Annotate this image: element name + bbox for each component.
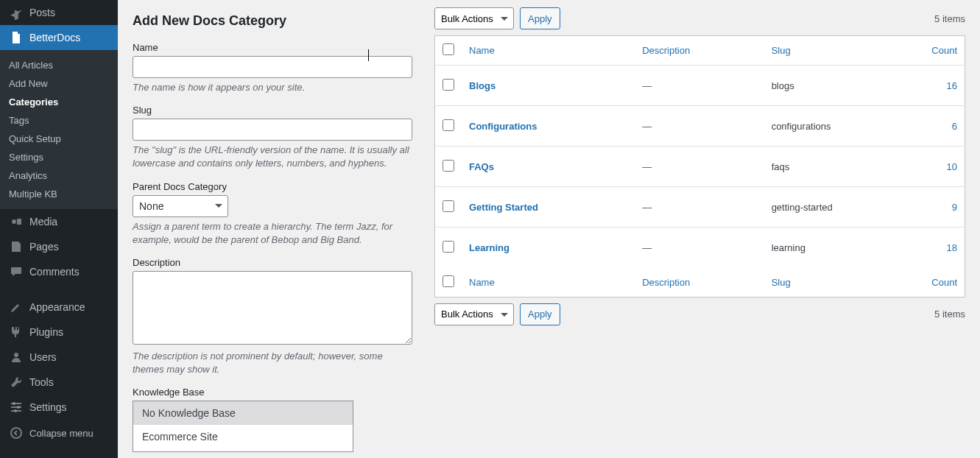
bulk-actions-select-bottom[interactable]: Bulk Actions bbox=[434, 303, 514, 325]
sidebar-item-users[interactable]: Users bbox=[0, 345, 118, 370]
row-checkbox[interactable] bbox=[443, 241, 454, 253]
add-category-form: Add New Docs Category Name The name is h… bbox=[133, 7, 412, 458]
col-header-description[interactable]: Description bbox=[635, 36, 764, 66]
name-input[interactable] bbox=[133, 56, 412, 78]
kb-listbox[interactable]: No Knowledge Base Ecommerce Site bbox=[133, 401, 353, 452]
row-description: — bbox=[635, 106, 764, 147]
slug-input[interactable] bbox=[133, 119, 412, 141]
table-row: Configurations—configurations6 bbox=[435, 106, 965, 147]
plug-icon bbox=[9, 325, 24, 339]
table-row: Learning—learning18 bbox=[435, 228, 965, 268]
sidebar-sub-quick-setup[interactable]: Quick Setup bbox=[0, 130, 118, 148]
row-description: — bbox=[635, 187, 764, 228]
svg-point-5 bbox=[11, 428, 21, 438]
row-count-link[interactable]: 9 bbox=[952, 202, 957, 213]
parent-select[interactable]: None bbox=[133, 195, 228, 217]
sidebar-sub-all-articles[interactable]: All Articles bbox=[0, 56, 118, 74]
row-slug: learning bbox=[764, 228, 921, 268]
sidebar-item-media[interactable]: Media bbox=[0, 209, 118, 234]
category-list-panel: Bulk Actions Apply 5 items Name Descript… bbox=[434, 7, 965, 458]
wrench-icon bbox=[9, 375, 24, 390]
row-slug: faqs bbox=[764, 147, 921, 187]
kb-option-none[interactable]: No Knowledge Base bbox=[133, 401, 353, 425]
row-name-link[interactable]: Getting Started bbox=[469, 202, 538, 213]
row-name-link[interactable]: Learning bbox=[469, 242, 510, 253]
col-header-count[interactable]: Count bbox=[921, 36, 965, 66]
row-checkbox[interactable] bbox=[443, 79, 454, 91]
items-count-top: 5 items bbox=[934, 13, 965, 24]
sidebar-item-label: Plugins bbox=[29, 326, 63, 338]
sliders-icon bbox=[9, 400, 24, 415]
description-textarea[interactable] bbox=[133, 271, 412, 345]
col-footer-count[interactable]: Count bbox=[921, 268, 965, 297]
sidebar-item-label: BetterDocs bbox=[29, 32, 80, 43]
select-all-bottom[interactable] bbox=[443, 275, 454, 287]
row-description: — bbox=[635, 66, 764, 106]
apply-button-top[interactable]: Apply bbox=[520, 7, 560, 29]
sidebar-item-settings[interactable]: Settings bbox=[0, 395, 118, 420]
bulk-actions-select-top[interactable]: Bulk Actions bbox=[434, 7, 514, 29]
sidebar-sub-categories[interactable]: Categories bbox=[0, 93, 118, 111]
media-icon bbox=[9, 214, 24, 229]
sidebar-item-comments[interactable]: Comments bbox=[0, 259, 118, 284]
collapse-label: Collapse menu bbox=[29, 428, 94, 439]
sidebar-sub-settings[interactable]: Settings bbox=[0, 148, 118, 166]
kb-option-ecommerce[interactable]: Ecommerce Site bbox=[133, 425, 353, 448]
svg-point-4 bbox=[14, 409, 17, 412]
row-count-link[interactable]: 16 bbox=[947, 80, 957, 91]
row-checkbox[interactable] bbox=[443, 160, 454, 172]
sidebar-item-appearance[interactable]: Appearance bbox=[0, 295, 118, 320]
col-header-slug[interactable]: Slug bbox=[764, 36, 921, 66]
description-help-text: The description is not prominent by defa… bbox=[133, 350, 412, 376]
apply-button-bottom[interactable]: Apply bbox=[520, 303, 560, 325]
row-count-link[interactable]: 18 bbox=[947, 242, 957, 253]
row-name-link[interactable]: Configurations bbox=[469, 121, 537, 132]
col-footer-description[interactable]: Description bbox=[635, 268, 764, 297]
tablenav-bottom: Bulk Actions Apply 5 items bbox=[434, 303, 965, 325]
col-header-name[interactable]: Name bbox=[462, 36, 635, 66]
row-name-link[interactable]: Blogs bbox=[469, 80, 496, 91]
svg-point-2 bbox=[13, 402, 15, 405]
svg-point-0 bbox=[12, 219, 16, 224]
table-row: Getting Started—getting-started9 bbox=[435, 187, 965, 228]
sidebar-item-plugins[interactable]: Plugins bbox=[0, 320, 118, 345]
row-slug: getting-started bbox=[764, 187, 921, 228]
row-slug: blogs bbox=[764, 66, 921, 106]
parent-label: Parent Docs Category bbox=[133, 181, 412, 192]
sidebar-item-betterdocs[interactable]: BetterDocs bbox=[0, 25, 118, 50]
row-checkbox[interactable] bbox=[443, 119, 454, 131]
sidebar-sub-tags[interactable]: Tags bbox=[0, 111, 118, 130]
comment-icon bbox=[9, 264, 24, 279]
sidebar-item-label: Users bbox=[29, 351, 57, 363]
collapse-menu[interactable]: Collapse menu bbox=[0, 420, 118, 446]
table-row: FAQs—faqs10 bbox=[435, 147, 965, 187]
slug-help-text: The "slug" is the URL-friendly version o… bbox=[133, 144, 412, 170]
row-count-link[interactable]: 6 bbox=[952, 121, 957, 132]
sidebar-item-posts[interactable]: Posts bbox=[0, 0, 118, 25]
sidebar-sub-multiple-kb[interactable]: Multiple KB bbox=[0, 185, 118, 203]
row-name-link[interactable]: FAQs bbox=[469, 161, 494, 172]
select-all-top[interactable] bbox=[443, 43, 454, 55]
sidebar-sub-add-new[interactable]: Add New bbox=[0, 74, 118, 93]
sidebar-item-label: Posts bbox=[29, 7, 55, 18]
table-row: Blogs—blogs16 bbox=[435, 66, 965, 106]
pin-icon bbox=[9, 5, 24, 20]
col-footer-name[interactable]: Name bbox=[462, 268, 635, 297]
row-description: — bbox=[635, 228, 764, 268]
brush-icon bbox=[9, 300, 24, 314]
svg-point-3 bbox=[17, 406, 20, 409]
user-icon bbox=[9, 350, 24, 364]
sidebar-item-label: Appearance bbox=[29, 301, 85, 313]
main-content: Add New Docs Category Name The name is h… bbox=[118, 0, 980, 458]
page-title: Add New Docs Category bbox=[133, 13, 412, 29]
row-count-link[interactable]: 10 bbox=[947, 161, 957, 172]
sidebar-sub-analytics[interactable]: Analytics bbox=[0, 166, 118, 185]
slug-label: Slug bbox=[133, 105, 412, 116]
name-label: Name bbox=[133, 42, 412, 53]
svg-point-1 bbox=[14, 353, 18, 357]
col-footer-slug[interactable]: Slug bbox=[764, 268, 921, 297]
row-checkbox[interactable] bbox=[443, 200, 454, 212]
sidebar-item-tools[interactable]: Tools bbox=[0, 370, 118, 395]
admin-sidebar: Posts BetterDocs All Articles Add New Ca… bbox=[0, 0, 118, 458]
sidebar-item-pages[interactable]: Pages bbox=[0, 234, 118, 259]
